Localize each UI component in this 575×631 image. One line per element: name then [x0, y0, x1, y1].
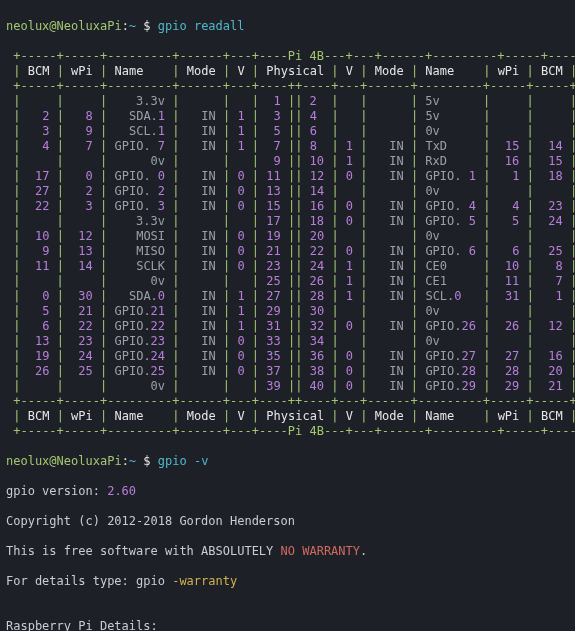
pin-row: | 0 | 30 | SDA.0 | IN | 1 | 27 || 28 | 1…	[6, 289, 569, 304]
version-line: gpio version: 2.60	[6, 484, 569, 499]
pin-row: | | | 3.3v | | | 1 || 2 | | | 5v | | |	[6, 94, 569, 109]
pin-row: | 9 | 13 | MISO | IN | 0 | 21 || 22 | 0 …	[6, 244, 569, 259]
pin-row: | 5 | 21 | GPIO.21 | IN | 1 | 29 || 30 |…	[6, 304, 569, 319]
prompt-path: ~	[129, 19, 136, 33]
prompt-line-1: neolux@NeoluxaPi:~ $ gpio readall	[6, 19, 569, 34]
pin-row: | 13 | 23 | GPIO.23 | IN | 0 | 33 || 34 …	[6, 334, 569, 349]
pin-row: | 10 | 12 | MOSI | IN | 0 | 19 || 20 | |…	[6, 229, 569, 244]
rpi-header: Raspberry Pi Details:	[6, 619, 569, 631]
pin-row: | | | 0v | | | 9 || 10 | 1 | IN | RxD | …	[6, 154, 569, 169]
pin-row: | 27 | 2 | GPIO. 2 | IN | 0 | 13 || 14 |…	[6, 184, 569, 199]
pin-row: | 17 | 0 | GPIO. 0 | IN | 0 | 11 || 12 |…	[6, 169, 569, 184]
prompt-line-2: neolux@NeoluxaPi:~ $ gpio -v	[6, 454, 569, 469]
pin-row: | 26 | 25 | GPIO.25 | IN | 0 | 37 || 38 …	[6, 364, 569, 379]
gpio-table: +-----+-----+---------+------+---+----Pi…	[6, 49, 569, 439]
details-line: For details type: gpio -warranty	[6, 574, 569, 589]
pin-row: | 6 | 22 | GPIO.22 | IN | 1 | 31 || 32 |…	[6, 319, 569, 334]
terminal[interactable]: neolux@NeoluxaPi:~ $ gpio readall +-----…	[0, 0, 575, 631]
prompt-symbol: $	[143, 19, 150, 33]
command-1: gpio readall	[158, 19, 245, 33]
command-2: gpio -v	[158, 454, 209, 468]
pin-row: | 22 | 3 | GPIO. 3 | IN | 0 | 15 || 16 |…	[6, 199, 569, 214]
pin-row: | | | 0v | | | 25 || 26 | 1 | IN | CE1 |…	[6, 274, 569, 289]
pin-row: | 3 | 9 | SCL.1 | IN | 1 | 5 || 6 | | | …	[6, 124, 569, 139]
prompt-user: neolux@NeoluxaPi	[6, 19, 122, 33]
warranty-line: This is free software with ABSOLUTELY NO…	[6, 544, 569, 559]
pin-row: | | | 0v | | | 39 || 40 | 0 | IN | GPIO.…	[6, 379, 569, 394]
pin-row: | 11 | 14 | SCLK | IN | 0 | 23 || 24 | 1…	[6, 259, 569, 274]
pin-row: | | | 3.3v | | | 17 || 18 | 0 | IN | GPI…	[6, 214, 569, 229]
pin-row: | 19 | 24 | GPIO.24 | IN | 0 | 35 || 36 …	[6, 349, 569, 364]
pin-row: | 2 | 8 | SDA.1 | IN | 1 | 3 || 4 | | | …	[6, 109, 569, 124]
copyright-line: Copyright (c) 2012-2018 Gordon Henderson	[6, 514, 569, 529]
pin-row: | 4 | 7 | GPIO. 7 | IN | 1 | 7 || 8 | 1 …	[6, 139, 569, 154]
